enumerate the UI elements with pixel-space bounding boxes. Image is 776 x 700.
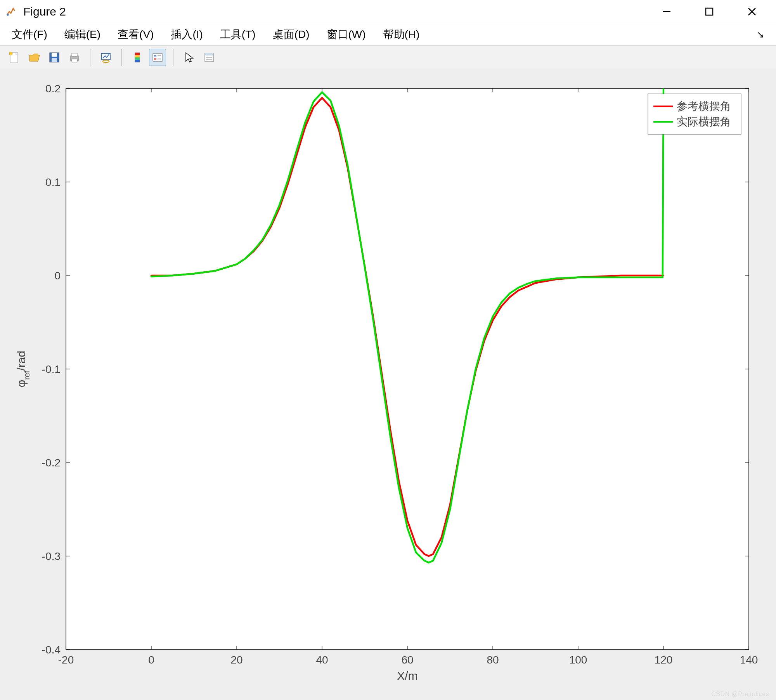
svg-rect-19 [135, 57, 140, 60]
figure-canvas: -20020406080100120140-0.4-0.3-0.2-0.100.… [0, 69, 776, 700]
property-inspector-button[interactable] [201, 49, 218, 66]
save-button[interactable] [46, 49, 63, 66]
svg-text:120: 120 [655, 654, 673, 666]
toolbar [0, 46, 776, 69]
svg-rect-21 [153, 54, 162, 61]
menu-view[interactable]: 查看(V) [114, 25, 158, 44]
close-button[interactable] [740, 4, 764, 19]
menu-insert[interactable]: 插入(I) [167, 25, 206, 44]
maximize-button[interactable] [698, 4, 721, 19]
svg-rect-12 [72, 53, 77, 56]
title-bar: Figure 2 [0, 0, 776, 23]
window-title: Figure 2 [23, 5, 655, 18]
svg-text:-0.1: -0.1 [42, 363, 61, 375]
menu-overflow-icon[interactable]: ↘ [757, 29, 768, 40]
svg-rect-9 [52, 53, 57, 57]
toolbar-separator [90, 49, 90, 66]
legend-entry-label: 实际横摆角 [677, 116, 731, 128]
new-figure-button[interactable] [5, 49, 23, 66]
svg-rect-30 [66, 88, 749, 650]
legend-entry-label: 参考横摆角 [677, 100, 731, 112]
matlab-figure-icon [5, 5, 17, 18]
svg-text:-0.3: -0.3 [42, 550, 61, 562]
menu-desktop[interactable]: 桌面(D) [269, 25, 314, 44]
svg-text:0: 0 [54, 270, 61, 282]
svg-text:140: 140 [740, 654, 758, 666]
svg-text:60: 60 [401, 654, 413, 666]
svg-rect-20 [135, 60, 140, 62]
svg-point-0 [7, 14, 9, 16]
svg-text:φref/rad: φref/rad [15, 351, 31, 388]
link-data-button[interactable] [97, 49, 114, 66]
minimize-button[interactable] [655, 4, 678, 19]
legend-button[interactable] [149, 49, 166, 66]
open-button[interactable] [26, 49, 43, 66]
svg-rect-27 [205, 53, 213, 55]
chart-svg: -20020406080100120140-0.4-0.3-0.2-0.100.… [8, 81, 764, 688]
svg-text:0.1: 0.1 [45, 176, 61, 188]
svg-text:20: 20 [230, 654, 242, 666]
svg-text:X/m: X/m [397, 669, 417, 682]
axes[interactable]: -20020406080100120140-0.4-0.3-0.2-0.100.… [8, 81, 764, 688]
svg-point-7 [9, 52, 12, 55]
menu-bar: 文件(F) 编辑(E) 查看(V) 插入(I) 工具(T) 桌面(D) 窗口(W… [0, 23, 776, 46]
edit-plot-cursor-button[interactable] [180, 49, 197, 66]
svg-rect-13 [72, 59, 77, 62]
svg-text:100: 100 [569, 654, 587, 666]
menu-help[interactable]: 帮助(H) [379, 25, 424, 44]
svg-rect-18 [135, 55, 140, 57]
svg-text:40: 40 [316, 654, 328, 666]
colorbar-button[interactable] [129, 49, 146, 66]
menu-edit[interactable]: 编辑(E) [61, 25, 104, 44]
svg-point-15 [103, 60, 109, 62]
svg-text:0: 0 [148, 654, 154, 666]
print-button[interactable] [66, 49, 83, 66]
menu-window[interactable]: 窗口(W) [323, 25, 370, 44]
svg-rect-10 [52, 58, 57, 62]
menu-file[interactable]: 文件(F) [8, 25, 51, 44]
window-controls [655, 4, 771, 19]
svg-rect-17 [135, 53, 140, 55]
svg-rect-2 [706, 8, 713, 15]
toolbar-separator [173, 49, 173, 66]
svg-text:0.2: 0.2 [45, 83, 61, 95]
svg-text:-0.4: -0.4 [42, 644, 61, 656]
watermark: CSDN @Prejudices [711, 691, 769, 698]
menu-tools[interactable]: 工具(T) [216, 25, 260, 44]
svg-text:80: 80 [487, 654, 499, 666]
toolbar-separator [121, 49, 122, 66]
svg-text:-0.2: -0.2 [42, 457, 61, 469]
